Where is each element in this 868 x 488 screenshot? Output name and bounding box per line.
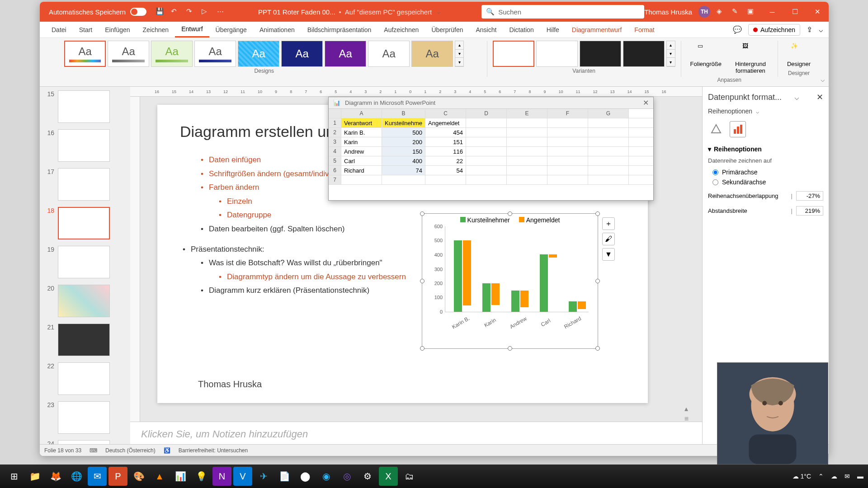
row-header[interactable]: 3: [329, 137, 341, 146]
file-explorer-icon[interactable]: 📁: [25, 467, 44, 486]
cell[interactable]: [466, 137, 507, 146]
tab-bildschirm[interactable]: Bildschirmpräsentation: [301, 23, 378, 37]
chart-filter-button[interactable]: ▼: [602, 248, 615, 261]
cell[interactable]: [466, 166, 507, 175]
cell[interactable]: [588, 147, 629, 156]
cell[interactable]: [466, 147, 507, 156]
variant-option[interactable]: [580, 41, 621, 67]
cell[interactable]: Carl: [341, 156, 382, 165]
tab-diagrammentwurf[interactable]: Diagrammentwurf: [566, 23, 628, 37]
share-icon[interactable]: ⇪: [807, 25, 812, 34]
col-header[interactable]: D: [466, 109, 507, 118]
slide-thumb[interactable]: [58, 90, 110, 123]
app-icon[interactable]: ◎: [337, 467, 356, 486]
tab-datei[interactable]: Datei: [45, 23, 73, 37]
tab-hilfe[interactable]: Hilfe: [540, 23, 566, 37]
chevron-down-icon[interactable]: ⌵: [819, 25, 823, 34]
variant-option[interactable]: [623, 41, 665, 67]
theme-option[interactable]: Aa: [238, 41, 279, 67]
bar[interactable]: [549, 254, 557, 258]
app-icon[interactable]: 📄: [275, 467, 294, 486]
tab-animationen[interactable]: Animationen: [253, 23, 301, 37]
weather-widget[interactable]: ☁ 1°C: [793, 473, 811, 480]
row-header[interactable]: 4: [329, 147, 341, 156]
slide-thumb[interactable]: [58, 129, 110, 162]
gap-value[interactable]: 219%: [796, 206, 823, 216]
cell[interactable]: 500: [382, 128, 425, 137]
settings-icon[interactable]: ⚙: [358, 467, 377, 486]
slide-thumb[interactable]: [58, 168, 110, 201]
slide-thumb[interactable]: [58, 285, 110, 317]
cell[interactable]: Verantwort: [341, 118, 382, 127]
bar[interactable]: [578, 301, 586, 309]
cell[interactable]: [425, 175, 466, 184]
bar[interactable]: [491, 283, 500, 305]
cell[interactable]: [507, 137, 547, 146]
fill-line-icon[interactable]: [708, 121, 724, 137]
col-header[interactable]: F: [547, 109, 588, 118]
resize-handle[interactable]: [508, 346, 512, 351]
secondary-axis-radio[interactable]: Sekundärachse: [712, 178, 823, 186]
cell[interactable]: 454: [425, 128, 466, 137]
tab-zeichnen[interactable]: Zeichnen: [137, 23, 175, 37]
bar[interactable]: [463, 240, 471, 305]
primary-axis-radio[interactable]: Primärachse: [712, 169, 823, 176]
cell[interactable]: [507, 128, 547, 137]
redo-icon[interactable]: ↷: [186, 7, 195, 16]
chevron-down-icon[interactable]: ⌵: [794, 92, 799, 102]
minimize-button[interactable]: ─: [761, 2, 783, 22]
cell[interactable]: [507, 166, 547, 175]
language-status[interactable]: Deutsch (Österreich): [105, 447, 156, 454]
app-icon[interactable]: 💡: [192, 467, 211, 486]
cell[interactable]: [466, 118, 507, 127]
cell[interactable]: [547, 137, 588, 146]
app-icon[interactable]: 🗂: [400, 467, 419, 486]
theme-option[interactable]: Aa: [411, 41, 453, 67]
chart-add-element-button[interactable]: ＋: [602, 217, 615, 230]
slide-thumb-active[interactable]: [58, 207, 110, 239]
tab-einfuegen[interactable]: Einfügen: [99, 23, 136, 37]
theme-option[interactable]: Aa: [194, 41, 236, 67]
overlap-value[interactable]: -27%: [796, 191, 823, 201]
user-avatar[interactable]: TH: [698, 6, 710, 18]
window-icon[interactable]: ▣: [747, 7, 756, 16]
onenote-icon[interactable]: N: [212, 467, 231, 486]
col-header[interactable]: B: [382, 109, 425, 118]
cell[interactable]: [547, 147, 588, 156]
slide-counter[interactable]: Folie 18 von 33: [44, 447, 81, 454]
resize-handle[interactable]: [420, 211, 425, 216]
tab-aufzeichnen[interactable]: Aufzeichnen: [377, 23, 425, 37]
cell[interactable]: 150: [382, 147, 425, 156]
spreadsheet-grid[interactable]: A B C D E F G 1 Verantwort Kursteilnehme…: [329, 109, 653, 185]
cell[interactable]: 74: [382, 166, 425, 175]
cell[interactable]: 200: [382, 137, 425, 146]
bar[interactable]: [454, 240, 462, 312]
slide-thumb[interactable]: [58, 440, 110, 444]
cell[interactable]: [588, 137, 629, 146]
vlc-icon[interactable]: ▲: [150, 467, 169, 486]
record-button[interactable]: Aufzeichnen: [748, 24, 800, 36]
tab-ueberpruefen[interactable]: Überprüfen: [425, 23, 469, 37]
start-menu-icon[interactable]: ⊞: [5, 467, 24, 486]
series-options-icon[interactable]: [730, 121, 746, 137]
row-header[interactable]: 5: [329, 156, 341, 165]
resize-handle[interactable]: [508, 211, 512, 216]
col-header[interactable]: E: [507, 109, 547, 118]
cell[interactable]: [507, 175, 547, 184]
cell[interactable]: [547, 118, 588, 127]
cell[interactable]: Angemeldet: [425, 118, 466, 127]
theme-option[interactable]: Aa: [151, 41, 193, 67]
more-icon[interactable]: ⋯: [217, 7, 226, 16]
row-header[interactable]: 2: [329, 128, 341, 137]
cell[interactable]: 54: [425, 166, 466, 175]
cell[interactable]: 400: [382, 156, 425, 165]
onedrive-icon[interactable]: ☁: [831, 473, 837, 480]
gallery-spinner[interactable]: ▴▾▾: [455, 41, 464, 67]
slide-thumb[interactable]: [58, 324, 110, 356]
cell[interactable]: [547, 156, 588, 165]
search-box[interactable]: 🔍 Suchen: [481, 5, 644, 19]
slide-thumb[interactable]: [58, 246, 110, 278]
col-header[interactable]: C: [425, 109, 466, 118]
tab-start[interactable]: Start: [73, 23, 99, 37]
cell[interactable]: [588, 175, 629, 184]
